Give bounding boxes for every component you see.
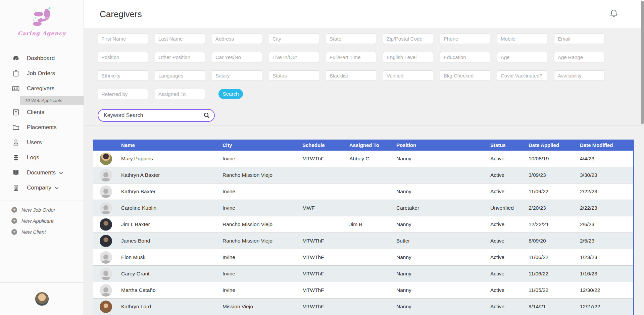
cell-position: Nanny [396, 189, 490, 195]
search-button[interactable]: Search [218, 89, 243, 99]
column-header-city[interactable]: City [222, 142, 302, 148]
table-row[interactable]: Carey GrantIrvineMTWThFNannyActive11/06/… [93, 266, 633, 282]
phone-filter-input[interactable] [440, 34, 490, 44]
sidebar-item-placements[interactable]: Placements [0, 120, 84, 135]
keyword-search-input[interactable] [98, 109, 215, 122]
cell-date-applied: 11/06/22 [529, 254, 580, 260]
salary-filter-input[interactable] [212, 70, 262, 81]
cell-avatar [93, 218, 121, 231]
column-header-status[interactable]: Status [490, 142, 529, 148]
new-client-button[interactable]: + New Client [11, 228, 84, 236]
sidebar: Caring Agency Dashboard Job Orders Careg… [0, 0, 84, 315]
languages-filter-input[interactable] [155, 70, 205, 81]
covid-vaccinated-filter-input[interactable] [497, 70, 547, 81]
column-header-date-applied[interactable]: Date Applied [529, 142, 580, 148]
mobile-filter-input[interactable] [497, 34, 547, 44]
cell-position: Caretaker [396, 205, 490, 211]
age-filter-input[interactable] [497, 52, 547, 62]
table-row[interactable]: Jim L BaxterRancho Mission ViejoJim BNan… [93, 216, 633, 233]
user-profile-avatar[interactable] [35, 292, 49, 306]
cell-name: Kathryn A Baxter [121, 172, 222, 178]
age-range-filter-input[interactable] [554, 52, 604, 62]
cell-assigned-to: Jim B [349, 221, 396, 227]
table-row[interactable]: Kathryn LordMission ViejoMTWThFNannyActi… [93, 299, 633, 315]
new-job-order-button[interactable]: + New Job Order [11, 206, 84, 214]
notifications-bell-icon[interactable] [610, 9, 618, 19]
filter-row-3 [98, 70, 644, 81]
fullpart-time-filter-input[interactable] [326, 52, 376, 62]
referred-by-filter-input[interactable] [98, 89, 148, 99]
avatar-photo [100, 301, 112, 313]
sidebar-item-label: Logs [27, 154, 39, 161]
vertical-scrollbar[interactable] [641, 1, 644, 124]
table-row[interactable]: Mary PoppinsIrvineMTWThFAbbey GNannyActi… [93, 151, 633, 167]
page-title: Caregivers [100, 9, 142, 19]
table-row[interactable]: Kathryn A BaxterRancho Mission ViejoActi… [93, 167, 633, 183]
chevron-down-icon [55, 187, 59, 190]
sidebar-item-clients[interactable]: Clients [0, 105, 84, 120]
cell-date-modified: 12/30/22 [580, 287, 634, 293]
city-filter-input[interactable] [269, 34, 319, 44]
first-name-filter-input[interactable] [98, 34, 148, 44]
email-filter-input[interactable] [554, 34, 604, 44]
avatar-placeholder-icon [100, 268, 112, 280]
quick-action-label: New Client [21, 229, 46, 235]
table-row[interactable]: Elon MuskIrvineMTWThFNannyActive11/06/22… [93, 249, 633, 266]
page-header: Caregivers [84, 0, 644, 29]
table-row[interactable]: James BondRancho Mission ViejoMTWThFButl… [93, 233, 633, 249]
cell-date-modified: 12/27/22 [580, 304, 634, 310]
other-position-filter-input[interactable] [155, 52, 205, 62]
verified-filter-input[interactable] [383, 70, 433, 81]
zip-filter-input[interactable] [383, 34, 433, 44]
sidebar-item-documents[interactable]: Documents [0, 165, 84, 180]
new-applicant-button[interactable]: + New Applicant [11, 217, 84, 225]
caring-agency-logo-icon [26, 5, 58, 30]
table-row[interactable]: Kathryn BaxterIrvineNannyActive11/09/222… [93, 183, 633, 200]
car-filter-input[interactable] [212, 52, 262, 62]
availability-filter-input[interactable] [554, 70, 604, 81]
dashboard-icon [12, 55, 19, 62]
column-header-assigned-to[interactable]: Assigned To [349, 142, 396, 148]
cell-avatar [93, 301, 121, 313]
status-filter-input[interactable] [269, 70, 319, 81]
cell-status: Active [490, 221, 529, 227]
sidebar-item-company[interactable]: Company [0, 180, 84, 195]
sidebar-item-logs[interactable]: Logs [0, 150, 84, 165]
cell-name: Kathryn Baxter [121, 189, 222, 195]
cell-avatar [93, 268, 121, 280]
cell-position: Nanny [396, 304, 490, 310]
brand-logo[interactable]: Caring Agency [0, 0, 84, 37]
column-header-name[interactable]: Name [121, 142, 222, 148]
assigned-to-filter-input[interactable] [155, 89, 205, 99]
cell-city: Irvine [222, 271, 302, 277]
avatar-placeholder-icon [100, 251, 112, 264]
book-icon [12, 169, 19, 176]
last-name-filter-input[interactable] [155, 34, 205, 44]
main-content: Caregivers [84, 0, 644, 315]
bkg-checked-filter-input[interactable] [440, 70, 490, 81]
state-filter-input[interactable] [326, 34, 376, 44]
search-magnifier-icon[interactable] [203, 112, 210, 120]
english-level-filter-input[interactable] [383, 52, 433, 62]
column-header-position[interactable]: Position [396, 142, 490, 148]
cell-date-modified: 2/6/23 [580, 221, 634, 227]
cell-city: Irvine [222, 287, 302, 293]
live-inout-filter-input[interactable] [269, 52, 319, 62]
cell-schedule: MTWThF [302, 271, 349, 277]
table-row[interactable]: Martha CatañoIrvineMTWThFNannyActive11/0… [93, 282, 633, 299]
sidebar-item-job-orders[interactable]: Job Orders [0, 66, 84, 81]
sidebar-item-dashboard[interactable]: Dashboard [0, 51, 84, 66]
ethnicity-filter-input[interactable] [98, 70, 148, 81]
column-header-schedule[interactable]: Schedule [302, 142, 349, 148]
cell-date-applied: 2/20/23 [529, 205, 580, 211]
sidebar-subitem-web-applicants[interactable]: 10 Web Applicants [20, 96, 84, 105]
table-row[interactable]: Caroline KublinIrvineMWFCaretakerUnverif… [93, 200, 633, 216]
sidebar-item-users[interactable]: Users [0, 135, 84, 150]
position-filter-input[interactable] [98, 52, 148, 62]
address-filter-input[interactable] [212, 34, 262, 44]
education-filter-input[interactable] [440, 52, 490, 62]
cell-date-applied: 9/14/21 [529, 304, 580, 310]
sidebar-item-caregivers[interactable]: Caregivers [0, 81, 84, 96]
column-header-date-modified[interactable]: Date Modified [580, 142, 634, 148]
blacklist-filter-input[interactable] [326, 70, 376, 81]
